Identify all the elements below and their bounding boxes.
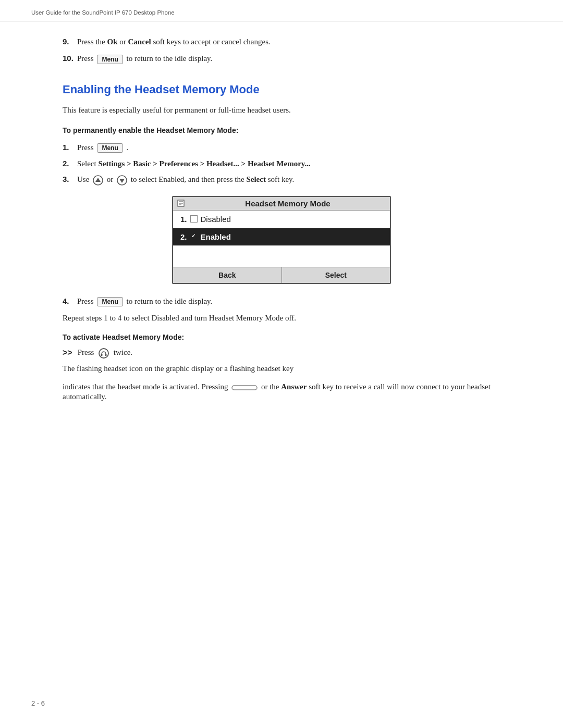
page-content: 9. Press the Ok or Cancel soft keys to a…: [0, 21, 563, 442]
phone-screen: Headset Memory Mode 1. Disabled 2. Enabl…: [172, 196, 391, 284]
bullet-arrow: >>: [63, 348, 72, 357]
step-4-num: 4.: [63, 297, 77, 305]
list-num-2: 2.: [63, 159, 77, 168]
select-label: Select: [246, 175, 265, 183]
svg-marker-1: [95, 178, 101, 182]
step-10-content: Press Menu to return to the idle display…: [77, 54, 500, 64]
page-footer: 2 - 6: [31, 699, 45, 707]
svg-rect-11: [232, 386, 257, 390]
headset-icon: [98, 348, 109, 359]
menu-button-top[interactable]: Menu: [97, 55, 123, 64]
list-item-1-content: Press Menu .: [77, 143, 128, 153]
enabled-checkbox: [190, 233, 198, 240]
list-item-3-content: Use or to select Enabled, and then press…: [77, 175, 294, 186]
step-10-num: 10.: [63, 54, 77, 63]
list-item-3: 3. Use or to select Enabled, and then pr…: [63, 175, 500, 186]
bullet-content: Press twice.: [78, 348, 132, 359]
sub-heading-permanently: To permanently enable the Headset Memory…: [63, 126, 500, 134]
option-disabled: 1. Disabled: [173, 211, 390, 228]
answer-bold: Answer: [281, 382, 307, 391]
body-text-2: indicates that the headset mode is activ…: [63, 382, 500, 401]
body-text-1: The flashing headset icon on the graphic…: [63, 364, 500, 373]
repeat-note: Repeat steps 1 to 4 to select Disabled a…: [63, 314, 500, 323]
disabled-label: Disabled: [201, 215, 231, 224]
screen-doc-icon: [177, 200, 187, 207]
down-arrow-icon: [117, 175, 127, 186]
phone-screen-header: Headset Memory Mode: [173, 197, 390, 211]
step-9-num: 9.: [63, 37, 77, 46]
disabled-checkbox: [190, 215, 198, 223]
header-text: User Guide for the SoundPoint IP 670 Des…: [31, 9, 175, 16]
step-9-content: Press the Ok or Cancel soft keys to acce…: [77, 38, 500, 46]
screen-title: Headset Memory Mode: [190, 199, 386, 208]
list-item-1: 1. Press Menu .: [63, 143, 500, 153]
ok-key: Ok: [107, 38, 118, 46]
step-10: 10. Press Menu to return to the idle dis…: [63, 54, 500, 64]
select-button[interactable]: Select: [282, 267, 390, 283]
screen-empty-space: [173, 246, 390, 267]
up-arrow-icon: [93, 175, 103, 186]
list-item-2: 2. Select Settings > Basic > Preferences…: [63, 159, 500, 168]
option-2-num: 2.: [180, 232, 187, 241]
steps-list: 1. Press Menu . 2. Select Settings > Bas…: [63, 143, 500, 186]
back-button[interactable]: Back: [173, 267, 282, 283]
sub-heading-activate: To activate Headset Memory Mode:: [63, 333, 500, 341]
top-steps: 9. Press the Ok or Cancel soft keys to a…: [63, 37, 500, 64]
phone-screen-body: 1. Disabled 2. Enabled: [173, 211, 390, 267]
phone-screen-footer: Back Select: [173, 267, 390, 283]
svg-rect-10: [105, 354, 107, 356]
settings-path: Settings > Basic > Preferences > Headset…: [98, 159, 310, 168]
option-1-num: 1.: [180, 215, 187, 224]
step-4: 4. Press Menu to return to the idle disp…: [63, 297, 500, 307]
page-number: 2 - 6: [31, 699, 45, 707]
list-item-2-content: Select Settings > Basic > Preferences > …: [77, 159, 311, 168]
handset-icon: [231, 383, 258, 392]
svg-point-8: [99, 349, 108, 358]
menu-button-step4[interactable]: Menu: [97, 297, 123, 306]
enabled-label: Enabled: [201, 232, 231, 241]
section-heading: Enabling the Headset Memory Mode: [63, 83, 500, 96]
step-4-content: Press Menu to return to the idle display…: [77, 297, 500, 307]
menu-button-step1[interactable]: Menu: [97, 143, 123, 153]
list-num-3: 3.: [63, 175, 77, 183]
option-enabled: 2. Enabled: [173, 228, 390, 246]
svg-marker-3: [119, 179, 125, 183]
section-description: This feature is especially useful for pe…: [63, 106, 500, 115]
cancel-key: Cancel: [128, 38, 151, 46]
page-header: User Guide for the SoundPoint IP 670 Des…: [0, 0, 563, 21]
svg-rect-9: [101, 354, 103, 356]
bullet-item: >> Press twice.: [63, 348, 500, 359]
step-9: 9. Press the Ok or Cancel soft keys to a…: [63, 37, 500, 46]
phone-screen-container: Headset Memory Mode 1. Disabled 2. Enabl…: [172, 196, 391, 284]
list-num-1: 1.: [63, 143, 77, 152]
